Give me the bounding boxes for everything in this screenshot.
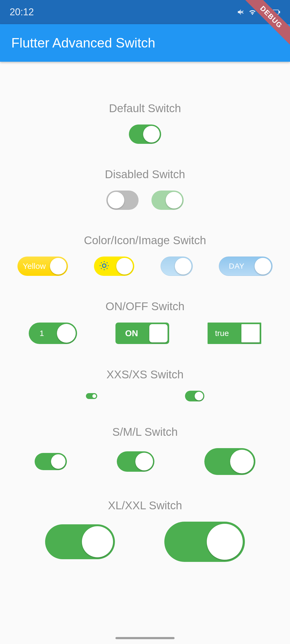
mute-icon	[237, 8, 245, 16]
yellow-switch-label: Yellow	[23, 262, 46, 271]
home-indicator	[115, 637, 175, 639]
app-bar-title: Flutter Advanced Switch	[11, 35, 155, 51]
wifi-icon	[248, 8, 257, 16]
xs-switch[interactable]	[185, 391, 204, 401]
signal-icon	[260, 8, 268, 16]
section-label-xl: XL/XXL Switch	[0, 499, 290, 512]
m-switch[interactable]	[117, 451, 154, 472]
xxs-switch[interactable]	[86, 393, 97, 399]
xxl-switch[interactable]	[164, 522, 245, 562]
on-square-switch[interactable]: ON	[115, 323, 169, 344]
section-label-disabled: Disabled Switch	[0, 168, 290, 181]
status-bar: 20:12	[0, 0, 290, 24]
section-label-color: Color/Icon/Image Switch	[0, 234, 290, 247]
on-switch-label: ON	[125, 328, 138, 338]
battery-icon	[271, 9, 280, 15]
numeric-switch[interactable]: 1	[29, 323, 77, 344]
sun-icon	[99, 260, 110, 272]
status-time: 20:12	[10, 6, 34, 18]
svg-rect-2	[272, 11, 274, 13]
section-label-sml: S/M/L Switch	[0, 426, 290, 438]
day-switch-label: DAY	[229, 262, 245, 270]
app-bar: Flutter Advanced Switch	[0, 24, 290, 62]
section-label-default: Default Switch	[0, 102, 290, 115]
status-icons	[237, 8, 280, 16]
section-label-onoff: ON/OFF Switch	[0, 300, 290, 313]
numeric-switch-label: 1	[39, 329, 44, 338]
l-switch[interactable]	[204, 448, 255, 475]
s-switch[interactable]	[35, 453, 67, 470]
default-switch[interactable]	[129, 125, 161, 144]
sky-day-switch[interactable]: DAY	[219, 257, 273, 276]
true-sharp-switch[interactable]: true	[208, 323, 261, 344]
svg-point-3	[103, 264, 106, 267]
svg-rect-1	[279, 11, 280, 13]
sky-small-switch[interactable]	[161, 257, 193, 276]
content: Default Switch Disabled Switch Color/Ico…	[0, 62, 290, 562]
yellow-text-switch[interactable]: Yellow	[17, 257, 68, 276]
disabled-off-switch	[106, 191, 139, 210]
disabled-on-switch	[151, 191, 184, 210]
section-label-xxs: XXS/XS Switch	[0, 368, 290, 381]
yellow-icon-switch[interactable]	[94, 257, 134, 276]
xl-switch[interactable]	[45, 524, 115, 559]
true-switch-label: true	[215, 329, 229, 338]
